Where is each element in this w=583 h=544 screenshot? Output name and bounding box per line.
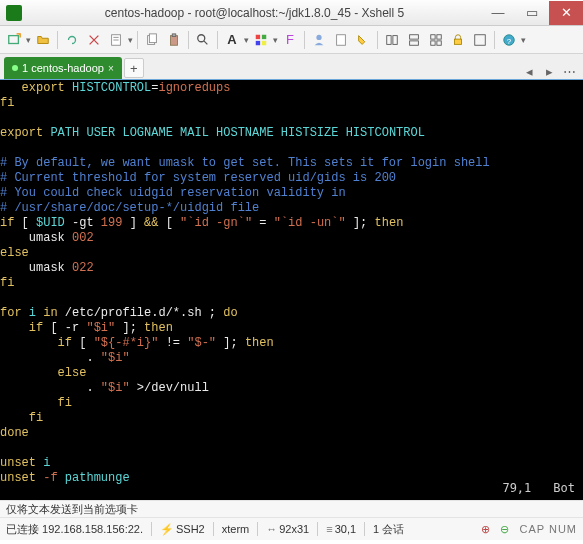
open-icon[interactable] <box>33 30 53 50</box>
svg-rect-24 <box>455 39 462 44</box>
color-scheme-icon[interactable] <box>251 30 271 50</box>
new-session-icon[interactable] <box>4 30 24 50</box>
tab-bar: 1 centos-hadoop × + ◂ ▸ ⋯ <box>0 54 583 80</box>
status-bar: 已连接 192.168.158.156:22. ⚡SSH2 xterm ↔92x… <box>0 518 583 540</box>
svg-rect-15 <box>337 34 346 45</box>
window-title: centos-hadoop - root@localhost:~/jdk1.8.… <box>28 6 481 20</box>
svg-rect-19 <box>410 40 419 44</box>
svg-rect-12 <box>256 40 260 44</box>
find-icon[interactable] <box>193 30 213 50</box>
svg-rect-22 <box>431 40 435 44</box>
maximize-button[interactable]: ▭ <box>515 1 549 25</box>
minimize-button[interactable]: — <box>481 1 515 25</box>
window-controls: — ▭ ✕ <box>481 1 583 25</box>
user-icon[interactable] <box>309 30 329 50</box>
svg-rect-25 <box>475 34 486 45</box>
tab-prev-icon[interactable]: ◂ <box>521 63 537 79</box>
hint-bar: 仅将文本发送到当前选项卡 <box>0 500 583 518</box>
tab-label: 1 centos-hadoop <box>22 62 104 74</box>
svg-rect-10 <box>256 34 260 38</box>
vim-status: 79,1Bot <box>502 481 575 496</box>
title-bar: centos-hadoop - root@localhost:~/jdk1.8.… <box>0 0 583 26</box>
status-caps: CAP NUM <box>519 523 577 535</box>
terminal[interactable]: export HISTCONTROL=ignoredups fi export … <box>0 80 583 500</box>
svg-rect-6 <box>171 35 178 45</box>
toolbar: ▾ ▾ A ▾ ▾ F ? ▾ <box>0 26 583 54</box>
tab-status-dot <box>12 65 18 71</box>
font-color-icon[interactable]: A <box>222 30 242 50</box>
script-icon[interactable] <box>331 30 351 50</box>
tab-next-icon[interactable]: ▸ <box>541 63 557 79</box>
svg-rect-21 <box>437 34 441 38</box>
status-connection: 已连接 192.168.158.156:22. <box>6 522 143 537</box>
status-size: ↔92x31 <box>266 523 309 535</box>
copy-icon[interactable] <box>142 30 162 50</box>
svg-rect-13 <box>262 40 266 44</box>
disconnect-icon[interactable] <box>84 30 104 50</box>
tile-h-icon[interactable] <box>382 30 402 50</box>
svg-point-8 <box>198 34 205 41</box>
svg-rect-17 <box>393 35 397 44</box>
tile-grid-icon[interactable] <box>426 30 446 50</box>
svg-rect-20 <box>431 34 435 38</box>
app-icon <box>6 5 22 21</box>
tab-menu-icon[interactable]: ⋯ <box>561 63 577 79</box>
paste-icon[interactable] <box>164 30 184 50</box>
svg-text:?: ? <box>507 36 512 45</box>
svg-line-9 <box>204 40 208 44</box>
svg-rect-7 <box>172 33 176 36</box>
svg-point-14 <box>316 34 321 39</box>
new-tab-button[interactable]: + <box>124 58 144 78</box>
svg-rect-11 <box>262 34 266 38</box>
svg-rect-16 <box>387 35 391 44</box>
svg-rect-5 <box>149 33 156 42</box>
close-button[interactable]: ✕ <box>549 1 583 25</box>
status-sessions: 1 会话 <box>373 522 404 537</box>
help-icon[interactable]: ? <box>499 30 519 50</box>
status-lines: ≡30,1 <box>326 523 356 535</box>
svg-rect-18 <box>410 34 419 38</box>
fullscreen-icon[interactable] <box>470 30 490 50</box>
tile-v-icon[interactable] <box>404 30 424 50</box>
lock-icon[interactable] <box>448 30 468 50</box>
status-ssh: ⚡SSH2 <box>160 523 205 536</box>
tab-centos-hadoop[interactable]: 1 centos-hadoop × <box>4 57 122 79</box>
svg-rect-23 <box>437 40 441 44</box>
tab-close-icon[interactable]: × <box>108 63 114 74</box>
properties-icon[interactable] <box>106 30 126 50</box>
status-term: xterm <box>222 523 250 535</box>
highlight-icon[interactable] <box>353 30 373 50</box>
reconnect-icon[interactable] <box>62 30 82 50</box>
font-icon[interactable]: F <box>280 30 300 50</box>
svg-rect-0 <box>9 35 19 43</box>
